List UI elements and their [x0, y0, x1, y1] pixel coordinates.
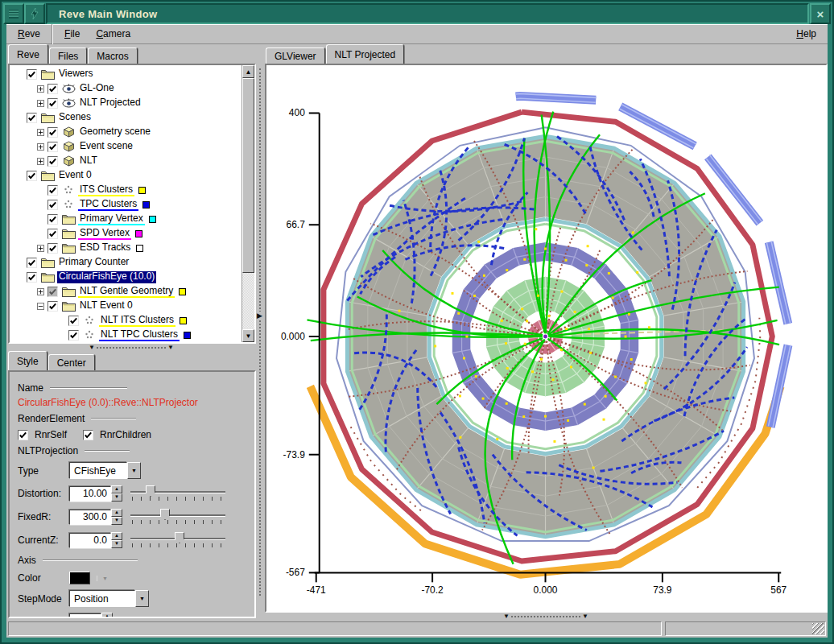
spin-up-icon[interactable]: ▲	[111, 532, 122, 540]
tree-checkbox[interactable]	[27, 258, 37, 268]
color-swatch[interactable]	[180, 317, 187, 324]
tree-checkbox[interactable]	[27, 272, 37, 283]
color-swatch[interactable]	[142, 201, 150, 208]
color-swatch[interactable]	[184, 332, 191, 339]
menu-file[interactable]: File	[56, 26, 88, 42]
tab-glviewer[interactable]: GLViewer	[266, 47, 325, 64]
tree-expand-toggle[interactable]	[37, 303, 44, 310]
window-app-button[interactable]	[24, 3, 45, 24]
tree-item-label[interactable]: ITS Clusters	[78, 184, 134, 196]
color-swatch[interactable]	[136, 245, 143, 252]
color-swatch[interactable]	[135, 230, 142, 237]
tree-item-spd-vertex[interactable]: SPD Vertex	[10, 226, 242, 241]
tree-checkbox[interactable]	[27, 113, 37, 123]
slider-thumb[interactable]	[160, 509, 170, 520]
tree-checkbox[interactable]	[47, 127, 58, 138]
slider-thumb[interactable]	[146, 485, 155, 497]
slider-thumb[interactable]	[175, 532, 184, 543]
tree-item-primary-vertex[interactable]: Primary Vertex	[10, 212, 242, 226]
spin-down-icon[interactable]: ▼	[111, 540, 122, 548]
tree-item-label[interactable]: Scenes	[57, 112, 93, 124]
tree-checkbox[interactable]	[47, 301, 58, 312]
event-display[interactable]: 40066.70.000-73.9-567-471-70.20.00073.95…	[266, 65, 826, 611]
tab-reve[interactable]: Reve	[8, 44, 48, 64]
tree-checkbox[interactable]	[68, 330, 79, 341]
tree-expand-toggle[interactable]	[37, 158, 44, 165]
tree-expand-toggle[interactable]	[37, 143, 44, 151]
tree-scrollbar[interactable]: ▲ ▼	[242, 65, 254, 342]
tree-item-label[interactable]: Event scene	[78, 141, 134, 153]
resize-grip[interactable]	[812, 623, 824, 634]
spin-up-icon[interactable]: ▲	[101, 613, 113, 618]
window-close-button[interactable]: ×	[810, 3, 831, 24]
tree-item-label[interactable]: Event 0	[57, 170, 93, 182]
spin-up-icon[interactable]: ▲	[111, 485, 122, 493]
tree-item-label[interactable]: CircularFishEye (10.0)	[57, 271, 156, 283]
color-swatch[interactable]	[138, 187, 146, 194]
tree-item-tpc-clusters[interactable]: TPC Clusters	[10, 197, 242, 212]
value-slider[interactable]	[130, 485, 225, 502]
scroll-thumb[interactable]	[242, 78, 254, 273]
splitlevel-spinner[interactable]: ▲▼	[101, 613, 113, 618]
spin-down-icon[interactable]: ▼	[111, 493, 122, 502]
tree-item-label[interactable]: NLT Event 0	[78, 300, 134, 312]
color-swatch[interactable]	[149, 216, 156, 223]
value-field[interactable]: 300.0	[69, 510, 111, 525]
tree-checkbox[interactable]	[47, 98, 58, 109]
value-slider[interactable]	[130, 531, 225, 549]
tree-item-label[interactable]: SPD Vertex	[78, 228, 131, 240]
tab-files[interactable]: Files	[49, 47, 87, 64]
tree-splitter[interactable]: ▼ ▼	[6, 344, 256, 351]
tree-item-label[interactable]: NLT Gentle Geometry	[78, 286, 175, 298]
tree-item-gl-one[interactable]: GL-One	[10, 81, 242, 96]
viewer-canvas[interactable]: 40066.70.000-73.9-567-471-70.20.00073.95…	[265, 64, 828, 613]
tree-item-primary-counter[interactable]: Primary Counter	[10, 255, 242, 270]
tree-item-label[interactable]: Geometry scene	[78, 126, 152, 138]
tree-checkbox[interactable]	[27, 171, 37, 181]
tree-checkbox[interactable]	[47, 84, 58, 94]
tree-item-label[interactable]: Primary Vertex	[78, 213, 145, 225]
tree-item-nlt-tpc-clusters[interactable]: NLT TPC Clusters	[10, 328, 242, 342]
tree-expand-toggle[interactable]	[37, 85, 44, 93]
splitlevel-field[interactable]: 1	[69, 613, 101, 619]
tree-item-label[interactable]: GL-One	[78, 83, 116, 95]
tab-style[interactable]: Style	[8, 351, 47, 370]
value-slider[interactable]	[130, 508, 225, 526]
rnrself-checkbox[interactable]	[18, 430, 28, 440]
tab-nlt-projected[interactable]: NLT Projected	[326, 44, 405, 64]
scroll-up-button[interactable]: ▲	[242, 65, 254, 78]
color-swatch[interactable]	[179, 288, 186, 295]
tree-item-label[interactable]: NLT TPC Clusters	[99, 329, 180, 341]
value-spinner[interactable]: ▲▼	[111, 485, 122, 502]
value-spinner[interactable]: ▲▼	[111, 532, 122, 548]
tree-checkbox[interactable]	[47, 156, 58, 167]
spin-down-icon[interactable]: ▼	[111, 517, 122, 525]
axis-color-swatch[interactable]	[69, 572, 90, 584]
menu-camera[interactable]: Camera	[88, 26, 138, 42]
tree-checkbox[interactable]	[47, 243, 58, 254]
scroll-down-button[interactable]: ▼	[242, 329, 254, 342]
tree-item-label[interactable]: NLT Projected	[78, 97, 142, 109]
tree-item-event-scene[interactable]: Event scene	[10, 139, 242, 154]
tree-item-label[interactable]: NLT ITS Clusters	[99, 315, 175, 327]
chevron-down-icon[interactable]: ▼	[127, 462, 141, 479]
value-field[interactable]: 0.0	[69, 533, 111, 548]
window-menu-button[interactable]	[3, 3, 24, 24]
menu-help[interactable]: Help	[788, 26, 824, 42]
tree-expand-toggle[interactable]	[37, 288, 44, 295]
viewer-splitter[interactable]: ▼ ▼	[264, 613, 828, 620]
tree-item-nlt[interactable]: NLT	[10, 154, 242, 168]
panel-splitter[interactable]: ▶	[256, 44, 264, 620]
tree-item-label[interactable]: TPC Clusters	[78, 199, 138, 211]
tree-checkbox[interactable]	[47, 142, 58, 152]
tree-checkbox[interactable]	[27, 69, 37, 80]
tree-item-label[interactable]: NLT	[78, 155, 99, 167]
value-spinner[interactable]: ▲▼	[111, 509, 122, 525]
spin-up-icon[interactable]: ▲	[111, 509, 122, 517]
tree-item-label[interactable]: Primary Counter	[57, 257, 130, 269]
tab-macros[interactable]: Macros	[88, 47, 137, 64]
tree-expand-toggle[interactable]	[37, 129, 44, 136]
tree-item-event-0[interactable]: Event 0	[10, 168, 242, 183]
tree-item-nlt-gentle-geometry[interactable]: NLT Gentle Geometry	[10, 284, 242, 299]
value-field[interactable]: 10.00	[69, 486, 111, 502]
